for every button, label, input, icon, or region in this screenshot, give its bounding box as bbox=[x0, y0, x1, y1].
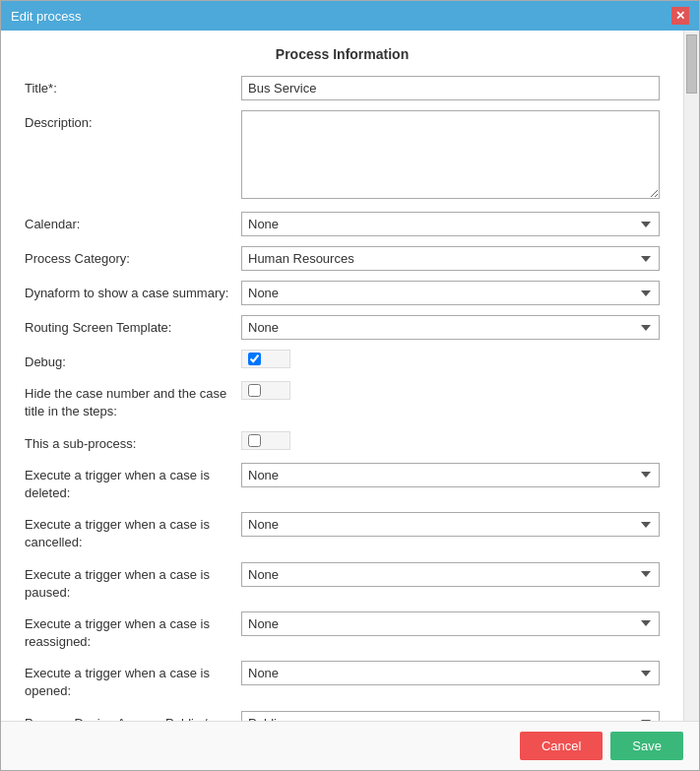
edit-process-dialog: Edit process ✕ Process Information Title… bbox=[0, 0, 700, 771]
trigger-reassigned-select[interactable]: None bbox=[241, 611, 660, 636]
process-category-label: Process Category: bbox=[25, 246, 241, 268]
debug-control bbox=[241, 350, 660, 368]
dynaform-row: Dynaform to show a case summary: None bbox=[25, 281, 660, 305]
debug-checkbox[interactable] bbox=[248, 353, 261, 365]
sub-process-row: This a sub-process: bbox=[25, 431, 660, 453]
process-design-select[interactable]: Public Private bbox=[241, 711, 660, 721]
description-control bbox=[241, 110, 660, 202]
trigger-reassigned-row: Execute a trigger when a case is reassig… bbox=[25, 611, 660, 651]
process-category-control: Human Resources bbox=[241, 246, 660, 271]
sub-process-control bbox=[241, 431, 660, 450]
sub-process-checkbox[interactable] bbox=[248, 434, 261, 447]
routing-screen-control: None bbox=[241, 315, 660, 340]
hide-case-label: Hide the case number and the case title … bbox=[25, 381, 241, 420]
dialog-body: Process Information Title*: Description:… bbox=[1, 31, 699, 721]
dynaform-select[interactable]: None bbox=[241, 281, 660, 305]
trigger-cancelled-select[interactable]: None bbox=[241, 512, 660, 537]
title-label: Title*: bbox=[25, 76, 241, 97]
sub-process-label: This a sub-process: bbox=[25, 431, 241, 453]
trigger-cancelled-label: Execute a trigger when a case is cancell… bbox=[25, 512, 241, 551]
trigger-cancelled-row: Execute a trigger when a case is cancell… bbox=[25, 512, 660, 551]
routing-screen-select[interactable]: None bbox=[241, 315, 660, 340]
trigger-cancelled-control: None bbox=[241, 512, 660, 537]
trigger-paused-label: Execute a trigger when a case is paused: bbox=[25, 562, 241, 602]
hide-case-checkbox-wrapper bbox=[241, 381, 290, 400]
debug-checkbox-wrapper bbox=[241, 350, 290, 368]
process-category-row: Process Category: Human Resources bbox=[25, 246, 660, 271]
calendar-label: Calendar: bbox=[25, 212, 241, 233]
calendar-row: Calendar: None bbox=[25, 212, 660, 236]
section-title: Process Information bbox=[25, 46, 660, 62]
trigger-deleted-select[interactable]: None bbox=[241, 463, 660, 487]
close-button[interactable]: ✕ bbox=[671, 7, 689, 25]
trigger-deleted-row: Execute a trigger when a case is deleted… bbox=[25, 463, 660, 502]
dialog-content: Process Information Title*: Description:… bbox=[1, 31, 683, 721]
description-input[interactable] bbox=[241, 110, 660, 199]
description-row: Description: bbox=[25, 110, 660, 202]
calendar-control: None bbox=[241, 212, 660, 236]
hide-case-control bbox=[241, 381, 660, 400]
dialog-titlebar: Edit process ✕ bbox=[1, 1, 699, 31]
process-category-select[interactable]: Human Resources bbox=[241, 246, 660, 271]
save-button[interactable]: Save bbox=[610, 732, 683, 760]
trigger-deleted-control: None bbox=[241, 463, 660, 487]
scrollbar[interactable] bbox=[683, 31, 699, 721]
trigger-opened-control: None bbox=[241, 661, 660, 685]
trigger-paused-control: None bbox=[241, 562, 660, 587]
routing-screen-label: Routing Screen Template: bbox=[25, 315, 241, 337]
dialog-title: Edit process bbox=[11, 9, 82, 24]
trigger-paused-select[interactable]: None bbox=[241, 562, 660, 587]
trigger-reassigned-label: Execute a trigger when a case is reassig… bbox=[25, 611, 241, 651]
dynaform-label: Dynaform to show a case summary: bbox=[25, 281, 241, 302]
dynaform-control: None bbox=[241, 281, 660, 305]
trigger-paused-row: Execute a trigger when a case is paused:… bbox=[25, 562, 660, 602]
trigger-opened-row: Execute a trigger when a case is opened:… bbox=[25, 661, 660, 700]
trigger-opened-select[interactable]: None bbox=[241, 661, 660, 685]
routing-screen-row: Routing Screen Template: None bbox=[25, 315, 660, 340]
cancel-button[interactable]: Cancel bbox=[520, 732, 603, 760]
calendar-select[interactable]: None bbox=[241, 212, 660, 236]
dialog-footer: Cancel Save bbox=[1, 721, 699, 770]
process-design-row: Process Design Access: Public / Private … bbox=[25, 711, 660, 721]
sub-process-checkbox-wrapper bbox=[241, 431, 290, 450]
title-row: Title*: bbox=[25, 76, 660, 100]
trigger-opened-label: Execute a trigger when a case is opened: bbox=[25, 661, 241, 700]
process-design-label: Process Design Access: Public / Private … bbox=[25, 711, 241, 721]
title-input[interactable] bbox=[241, 76, 660, 100]
trigger-reassigned-control: None bbox=[241, 611, 660, 636]
hide-case-checkbox[interactable] bbox=[248, 384, 261, 397]
process-design-control: Public Private bbox=[241, 711, 660, 721]
hide-case-row: Hide the case number and the case title … bbox=[25, 381, 660, 420]
debug-row: Debug: bbox=[25, 350, 660, 371]
title-control bbox=[241, 76, 660, 100]
debug-label: Debug: bbox=[25, 350, 241, 371]
scrollbar-thumb[interactable] bbox=[686, 34, 697, 94]
description-label: Description: bbox=[25, 110, 241, 132]
trigger-deleted-label: Execute a trigger when a case is deleted… bbox=[25, 463, 241, 502]
